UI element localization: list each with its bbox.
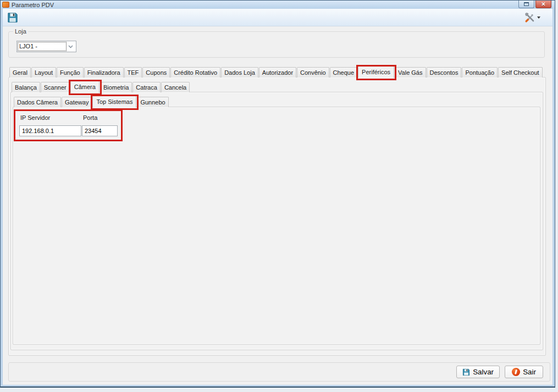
tab-self-checkout[interactable]: Self Checkout <box>498 67 542 78</box>
tab-credito-rotativo[interactable]: Crédito Rotativo <box>170 67 220 78</box>
loja-groupbox: Loja LJO1 - <box>8 31 545 58</box>
porta-label: Porta <box>83 114 97 121</box>
sair-label: Sair <box>523 368 536 376</box>
close-button[interactable]: ✕ <box>535 1 551 8</box>
footer-panel: Salvar Sair <box>8 362 550 382</box>
tab-dados-loja[interactable]: Dados Loja <box>221 67 258 78</box>
parametro-pdv-window: Parametro PDV ✕ <box>0 0 555 388</box>
tab-descontos[interactable]: Descontos <box>427 67 462 78</box>
tab-layout[interactable]: Layout <box>31 67 56 78</box>
tabstrip-camera: Dados CâmeraGatewayTop SistemasGunnebo <box>14 95 169 107</box>
tab-gunnebo[interactable]: Gunnebo <box>137 97 168 107</box>
tab-scanner[interactable]: Scanner <box>41 82 70 92</box>
window-title: Parametro PDV <box>12 2 54 8</box>
chevron-down-icon <box>537 16 540 19</box>
salvar-button[interactable]: Salvar <box>456 366 500 378</box>
loja-combobox[interactable]: LJO1 - <box>16 41 76 52</box>
restore-button[interactable] <box>518 1 534 8</box>
tabstrip-perifericos: BalançaScannerCâmeraBiometriaCatracaCanc… <box>12 80 190 92</box>
tools-dropdown-button[interactable] <box>524 11 540 24</box>
exit-icon <box>512 368 520 376</box>
tab-tef[interactable]: TEF <box>124 67 142 78</box>
client-area: Loja LJO1 - GeralLayoutFunçãoFinalizador… <box>3 9 553 385</box>
tab-perifericos[interactable]: Periféricos <box>358 66 394 78</box>
tabstrip-main: GeralLayoutFunçãoFinalizadoraTEFCuponsCr… <box>9 65 543 78</box>
chevron-down-icon[interactable] <box>66 45 75 48</box>
tab-autorizador[interactable]: Autorizador <box>259 67 296 78</box>
sair-button[interactable]: Sair <box>505 366 543 378</box>
tab-cupons[interactable]: Cupons <box>142 67 170 78</box>
tab-cheque[interactable]: Cheque <box>330 67 358 78</box>
tab-cancela[interactable]: Cancela <box>161 82 190 92</box>
tab-funcao[interactable]: Função <box>57 67 84 78</box>
loja-label: Loja <box>13 28 28 35</box>
tab-geral[interactable]: Geral <box>9 67 31 78</box>
tab-biometria[interactable]: Biometria <box>100 82 132 92</box>
ip-servidor-input[interactable] <box>19 125 81 136</box>
tab-gateway[interactable]: Gateway <box>62 97 92 107</box>
tab-vale-gas[interactable]: Vale Gás <box>395 67 426 78</box>
loja-combo-value: LJO1 - <box>18 42 66 51</box>
tab-convenio[interactable]: Convênio <box>297 67 329 78</box>
toolbar <box>3 9 553 26</box>
tab-catraca[interactable]: Catraca <box>132 82 161 92</box>
tab-camera[interactable]: Câmera <box>70 81 100 93</box>
floppy-icon <box>7 12 18 23</box>
tab-balanca[interactable]: Balança <box>12 82 40 92</box>
close-icon: ✕ <box>541 2 545 7</box>
tab-dados-camera[interactable]: Dados Câmera <box>14 97 61 107</box>
tab-finalizadora[interactable]: Finalizadora <box>84 67 124 78</box>
titlebar: Parametro PDV ✕ <box>1 1 555 9</box>
tab-pontuacao[interactable]: Pontuação <box>462 67 498 78</box>
save-toolbar-button[interactable] <box>6 11 19 24</box>
porta-input[interactable] <box>82 125 118 136</box>
wrench-screwdriver-icon <box>524 12 535 23</box>
save-icon <box>462 368 470 376</box>
app-icon <box>2 2 9 8</box>
tab-top-sistemas[interactable]: Top Sistemas <box>92 96 136 108</box>
salvar-label: Salvar <box>473 368 494 376</box>
ip-servidor-label: IP Servidor <box>20 114 50 121</box>
restore-icon <box>524 2 529 6</box>
top-sistemas-tab-page <box>13 107 540 345</box>
